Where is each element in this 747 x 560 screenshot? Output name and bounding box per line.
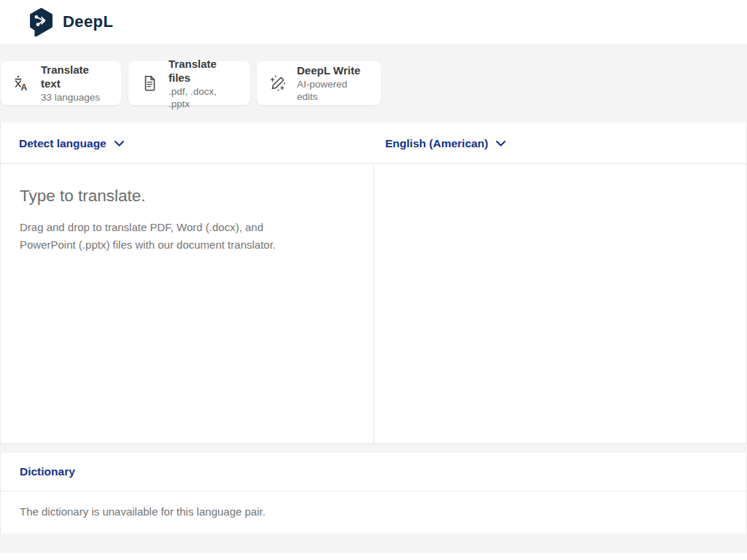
feature-card-deepl-write[interactable]: DeepL Write AI-powered edits — [257, 61, 381, 105]
section-gap — [0, 444, 747, 453]
svg-text:A: A — [21, 82, 28, 93]
section-gap — [0, 534, 747, 553]
dictionary-panel: Dictionary The dictionary is unavailable… — [0, 453, 747, 534]
card-subtitle: 33 languages — [41, 91, 109, 104]
app-header: DeepL — [0, 0, 747, 44]
source-textarea[interactable] — [1, 165, 374, 444]
chevron-down-icon — [114, 140, 125, 147]
target-language-selector[interactable]: English (American) — [385, 122, 506, 164]
feature-card-translate-files[interactable]: Translate files .pdf, .docx, .pptx — [128, 61, 250, 105]
card-title: Translate files — [169, 57, 239, 85]
source-language-selector[interactable]: Detect language — [19, 122, 125, 164]
card-title: Translate text — [41, 63, 109, 90]
card-subtitle: AI-powered edits — [297, 78, 369, 103]
dictionary-title: Dictionary — [20, 465, 75, 478]
feature-card-band: A Translate text 33 languages Translate … — [0, 44, 747, 122]
deepl-logo-icon — [26, 7, 56, 36]
feature-card-translate-text[interactable]: A Translate text 33 languages — [1, 61, 121, 105]
target-language-label: English (American) — [385, 137, 488, 150]
target-text-panel — [374, 165, 746, 444]
dictionary-message: The dictionary is unavailable for this l… — [20, 505, 266, 518]
translate-icon: A — [12, 74, 31, 93]
deepl-logo-text: DeepL — [63, 12, 113, 31]
language-bar: Detect language English (American) — [1, 122, 746, 164]
deepl-logo[interactable]: DeepL — [26, 7, 113, 36]
card-title: DeepL Write — [297, 63, 369, 77]
dictionary-header[interactable]: Dictionary — [1, 453, 746, 491]
write-icon — [268, 74, 287, 93]
card-subtitle: .pdf, .docx, .pptx — [169, 85, 239, 110]
translator-panel: Detect language English (American) Type … — [0, 122, 747, 444]
source-language-label: Detect language — [19, 137, 107, 150]
source-text-panel: Type to translate. Drag and drop to tran… — [1, 165, 374, 444]
chevron-down-icon — [495, 140, 506, 147]
file-icon — [140, 74, 159, 93]
